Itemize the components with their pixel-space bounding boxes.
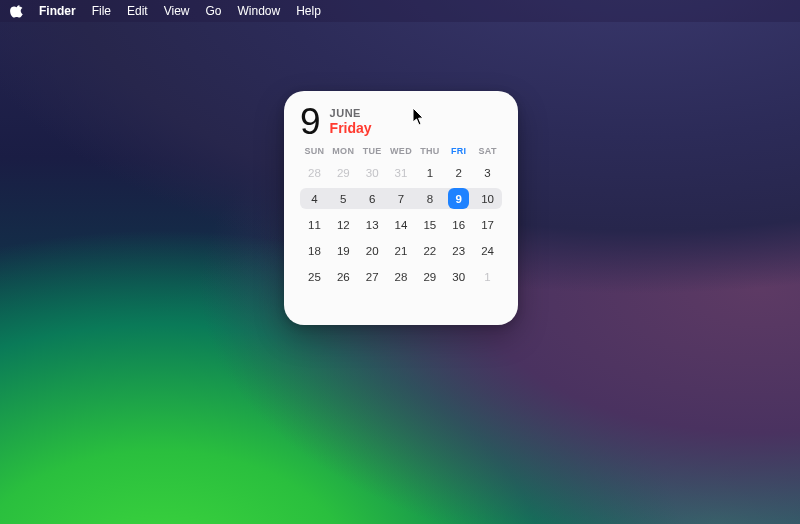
calendar-day-number: 5: [340, 193, 346, 205]
calendar-day[interactable]: 15: [415, 212, 444, 237]
menu-item-go[interactable]: Go: [206, 0, 222, 22]
calendar-grid: 2829303112345678910111213141516171819202…: [300, 160, 502, 289]
calendar-day-number: 30: [452, 271, 465, 283]
menu-bar: Finder File Edit View Go Window Help: [0, 0, 800, 22]
calendar-day[interactable]: 26: [329, 264, 358, 289]
calendar-day[interactable]: 29: [329, 160, 358, 185]
calendar-day[interactable]: 1: [415, 160, 444, 185]
calendar-day[interactable]: 22: [415, 238, 444, 263]
calendar-day[interactable]: 31: [387, 160, 416, 185]
calendar-day[interactable]: 30: [358, 160, 387, 185]
calendar-day-number: 25: [308, 271, 321, 283]
calendar-day-number: 29: [337, 167, 350, 179]
calendar-day-number: 9: [456, 193, 462, 205]
calendar-dow-fri: FRI: [444, 146, 473, 156]
calendar-dow-sun: SUN: [300, 146, 329, 156]
calendar-day[interactable]: 18: [300, 238, 329, 263]
menu-item-help[interactable]: Help: [296, 0, 321, 22]
calendar-day-number: 23: [452, 245, 465, 257]
calendar-dow-wed: WED: [387, 146, 416, 156]
calendar-day-number: 17: [481, 219, 494, 231]
menu-item-file[interactable]: File: [92, 0, 111, 22]
calendar-day[interactable]: 19: [329, 238, 358, 263]
calendar-day-number: 8: [427, 193, 433, 205]
menu-app-name[interactable]: Finder: [39, 0, 76, 22]
calendar-day-number: 20: [366, 245, 379, 257]
calendar-day[interactable]: 5: [329, 186, 358, 211]
calendar-day[interactable]: 13: [358, 212, 387, 237]
calendar-day-number: 12: [337, 219, 350, 231]
calendar-day[interactable]: 11: [300, 212, 329, 237]
calendar-day-number: 11: [308, 219, 321, 231]
calendar-day-number: 27: [366, 271, 379, 283]
calendar-day[interactable]: 16: [444, 212, 473, 237]
calendar-dow-mon: MON: [329, 146, 358, 156]
calendar-day-number: 3: [484, 167, 490, 179]
calendar-day-number: 16: [452, 219, 465, 231]
calendar-day-number: 21: [395, 245, 408, 257]
calendar-day[interactable]: 24: [473, 238, 502, 263]
calendar-day[interactable]: 7: [387, 186, 416, 211]
calendar-big-day-number: 9: [300, 105, 320, 138]
calendar-day-number: 14: [395, 219, 408, 231]
apple-logo-icon[interactable]: [10, 5, 23, 18]
calendar-day-number: 19: [337, 245, 350, 257]
calendar-day[interactable]: 25: [300, 264, 329, 289]
calendar-day-number: 18: [308, 245, 321, 257]
calendar-day-number: 1: [427, 167, 433, 179]
calendar-day[interactable]: 21: [387, 238, 416, 263]
calendar-day[interactable]: 27: [358, 264, 387, 289]
calendar-day[interactable]: 3: [473, 160, 502, 185]
calendar-day-number: 6: [369, 193, 375, 205]
calendar-day-number: 22: [423, 245, 436, 257]
menu-item-edit[interactable]: Edit: [127, 0, 148, 22]
calendar-day[interactable]: 17: [473, 212, 502, 237]
menu-item-view[interactable]: View: [164, 0, 190, 22]
calendar-month-day: JUNE Friday: [330, 105, 372, 136]
calendar-day[interactable]: 20: [358, 238, 387, 263]
calendar-day[interactable]: 4: [300, 186, 329, 211]
calendar-day[interactable]: 28: [387, 264, 416, 289]
calendar-day-number: 1: [484, 271, 490, 283]
calendar-day[interactable]: 2: [444, 160, 473, 185]
calendar-day-number: 24: [481, 245, 494, 257]
calendar-day[interactable]: 10: [473, 186, 502, 211]
calendar-month-label: JUNE: [330, 107, 372, 120]
calendar-day[interactable]: 28: [300, 160, 329, 185]
calendar-day-number: 26: [337, 271, 350, 283]
calendar-day[interactable]: 12: [329, 212, 358, 237]
calendar-day[interactable]: 30: [444, 264, 473, 289]
calendar-day[interactable]: 6: [358, 186, 387, 211]
calendar-day[interactable]: 8: [415, 186, 444, 211]
calendar-dow-tue: TUE: [358, 146, 387, 156]
calendar-day-number: 7: [398, 193, 404, 205]
calendar-widget[interactable]: 9 JUNE Friday SUN MON TUE WED THU FRI SA…: [284, 91, 518, 325]
calendar-day-number: 30: [366, 167, 379, 179]
calendar-dow-sat: SAT: [473, 146, 502, 156]
calendar-day[interactable]: 14: [387, 212, 416, 237]
calendar-day[interactable]: 1: [473, 264, 502, 289]
calendar-day-number: 29: [423, 271, 436, 283]
calendar-dow-thu: THU: [415, 146, 444, 156]
menu-item-window[interactable]: Window: [238, 0, 281, 22]
calendar-day-number: 10: [481, 193, 494, 205]
calendar-day-number: 15: [423, 219, 436, 231]
calendar-day-number: 2: [456, 167, 462, 179]
calendar-day-today[interactable]: 9: [444, 186, 473, 211]
calendar-day-number: 4: [311, 193, 317, 205]
calendar-day[interactable]: 29: [415, 264, 444, 289]
calendar-day-number: 28: [308, 167, 321, 179]
calendar-day-name: Friday: [330, 120, 372, 136]
calendar-day-headers: SUN MON TUE WED THU FRI SAT: [300, 146, 502, 156]
calendar-day-number: 28: [395, 271, 408, 283]
calendar-day-number: 31: [395, 167, 408, 179]
calendar-day-number: 13: [366, 219, 379, 231]
calendar-header: 9 JUNE Friday: [300, 105, 502, 138]
calendar-day[interactable]: 23: [444, 238, 473, 263]
